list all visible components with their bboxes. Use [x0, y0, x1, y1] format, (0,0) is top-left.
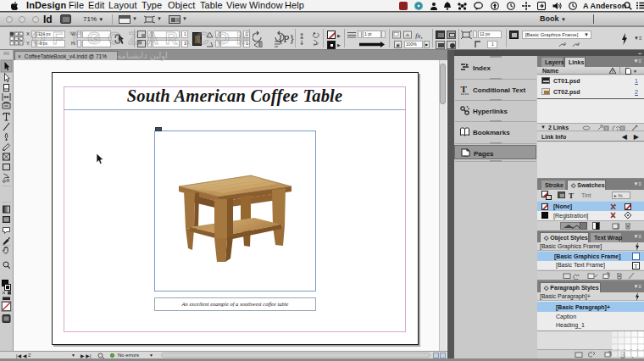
svg-text:fx,: fx, [415, 31, 423, 40]
svg-text:T: T [461, 84, 468, 94]
